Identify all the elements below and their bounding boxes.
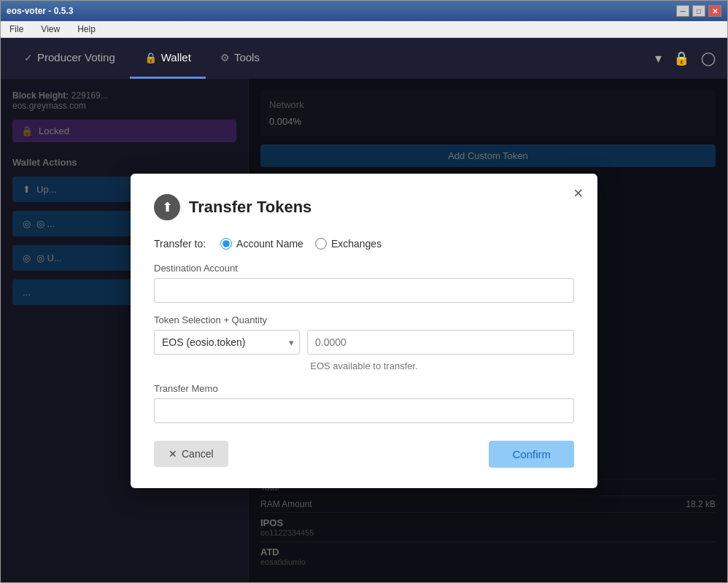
menu-help[interactable]: Help: [71, 23, 101, 36]
token-select[interactable]: EOS (eosio.token): [154, 330, 300, 355]
modal-footer: ✕ Cancel Confirm: [154, 441, 574, 468]
memo-input[interactable]: [154, 398, 574, 423]
tab-wallet[interactable]: 🔒 Wallet: [130, 38, 206, 79]
memo-field-group: Transfer Memo: [154, 383, 574, 423]
token-amount-input[interactable]: [307, 330, 574, 355]
destination-label: Destination Account: [154, 263, 574, 274]
exchanges-radio[interactable]: [315, 238, 327, 250]
transfer-icon: ⬆: [154, 194, 180, 220]
main-area: Block Height: 229169... eos.greymass.com…: [1, 79, 727, 582]
modal-header: ⬆ Transfer Tokens: [154, 194, 574, 220]
tab-tools-label: Tools: [234, 51, 260, 63]
token-field-group: Token Selection + Quantity EOS (eosio.to…: [154, 314, 574, 371]
tab-producer-voting[interactable]: ✓ Producer Voting: [9, 38, 130, 79]
nav-settings-button[interactable]: ◯: [698, 47, 719, 69]
tab-tools[interactable]: ⚙ Tools: [206, 38, 274, 79]
token-selection-label: Token Selection + Quantity: [154, 314, 574, 325]
account-name-radio[interactable]: [220, 238, 232, 250]
tab-wallet-label: Wallet: [161, 51, 191, 63]
memo-label: Transfer Memo: [154, 383, 574, 394]
confirm-button[interactable]: Confirm: [489, 441, 574, 468]
tools-icon: ⚙: [220, 52, 230, 63]
destination-field-group: Destination Account: [154, 263, 574, 303]
tab-producer-voting-label: Producer Voting: [37, 51, 115, 63]
maximize-button[interactable]: □: [692, 5, 705, 17]
nav-right: ▾ 🔒 ◯: [652, 47, 719, 69]
minimize-button[interactable]: ─: [676, 5, 689, 17]
window-title: eos-voter - 0.5.3: [7, 6, 73, 16]
cancel-button[interactable]: ✕ Cancel: [154, 441, 228, 467]
wallet-icon: 🔒: [144, 52, 157, 63]
menu-bar: File View Help: [1, 21, 727, 38]
available-text: EOS available to transfer.: [154, 360, 574, 371]
menu-file[interactable]: File: [4, 23, 29, 36]
transfer-tokens-modal: ⬆ Transfer Tokens × Transfer to: Account…: [131, 174, 597, 488]
transfer-to-label: Transfer to:: [154, 238, 206, 250]
window-controls: ─ □ ✕: [676, 5, 721, 17]
token-select-wrapper: EOS (eosio.token) ▾: [154, 330, 300, 355]
cancel-icon: ✕: [169, 448, 177, 460]
modal-close-button[interactable]: ×: [573, 185, 583, 201]
producer-voting-icon: ✓: [24, 52, 33, 63]
nav-bar: ✓ Producer Voting 🔒 Wallet ⚙ Tools ▾ 🔒 ◯: [1, 38, 727, 79]
exchanges-radio-text: Exchanges: [331, 238, 382, 250]
cancel-label: Cancel: [182, 448, 214, 460]
modal-overlay: ⬆ Transfer Tokens × Transfer to: Account…: [1, 79, 727, 582]
app-content: ✓ Producer Voting 🔒 Wallet ⚙ Tools ▾ 🔒 ◯: [1, 38, 727, 582]
exchanges-radio-label[interactable]: Exchanges: [315, 238, 382, 250]
modal-title: Transfer Tokens: [189, 198, 311, 217]
destination-account-input[interactable]: [154, 278, 574, 303]
nav-dropdown-button[interactable]: ▾: [652, 47, 665, 69]
token-row: EOS (eosio.token) ▾: [154, 330, 574, 355]
transfer-to-row: Transfer to: Account Name Exchanges: [154, 238, 574, 250]
account-name-radio-text: Account Name: [236, 238, 303, 250]
account-name-radio-label[interactable]: Account Name: [220, 238, 303, 250]
nav-lock-button[interactable]: 🔒: [670, 47, 692, 69]
radio-group: Account Name Exchanges: [220, 238, 382, 250]
close-button[interactable]: ✕: [708, 5, 721, 17]
menu-view[interactable]: View: [35, 23, 66, 36]
title-bar: eos-voter - 0.5.3 ─ □ ✕: [1, 1, 727, 21]
